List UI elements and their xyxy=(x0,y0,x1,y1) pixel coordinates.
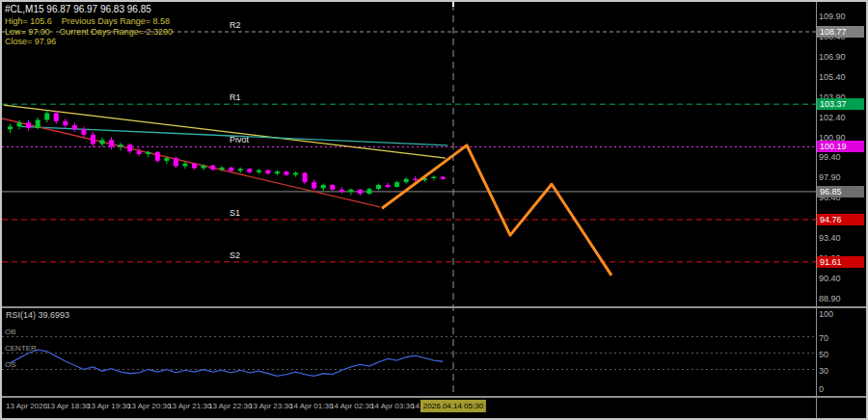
time-axis[interactable] xyxy=(2,398,816,418)
chart-info-block: #CL,M15 96.87 96.97 96.83 96.85 High= 10… xyxy=(5,4,173,47)
pane-divider[interactable] xyxy=(2,306,866,308)
r1-level-label: R1 xyxy=(230,92,241,102)
r2-level-label: R2 xyxy=(230,20,241,30)
rsi-os-label: OS xyxy=(5,360,16,369)
rsi-indicator-label: RSI(14) 39.6993 xyxy=(6,310,69,320)
s2-level-label: S2 xyxy=(230,250,240,260)
rsi-center-label: CENTER xyxy=(5,344,37,353)
chart-overlays: R2108.77R1103.37Pivot100.19S194.76S291.6… xyxy=(2,2,866,418)
chart-title: #CL,M15 96.87 96.97 96.83 96.85 xyxy=(5,4,173,14)
chart-area: R2108.77R1103.37Pivot100.19S194.76S291.6… xyxy=(2,2,866,418)
price-axis[interactable] xyxy=(817,2,866,398)
vline-time-label: 2026.04.14 05:30 xyxy=(420,400,486,412)
rsi-time-divider xyxy=(2,396,866,398)
info-high-line: High= 105.6 Previous Days Range= 8.58 xyxy=(5,16,173,27)
price-axis-divider xyxy=(816,2,817,418)
rsi-ob-label: OB xyxy=(5,328,16,336)
info-close-line: Close= 97.96 xyxy=(5,37,173,47)
pivot-level-label: Pivot xyxy=(230,135,249,144)
info-low-line: Low= 97.00 Current Days Range= 2.3200 xyxy=(5,27,173,38)
chart-window: R2108.77R1103.37Pivot100.19S194.76S291.6… xyxy=(0,0,868,420)
s1-level-label: S1 xyxy=(230,208,240,218)
